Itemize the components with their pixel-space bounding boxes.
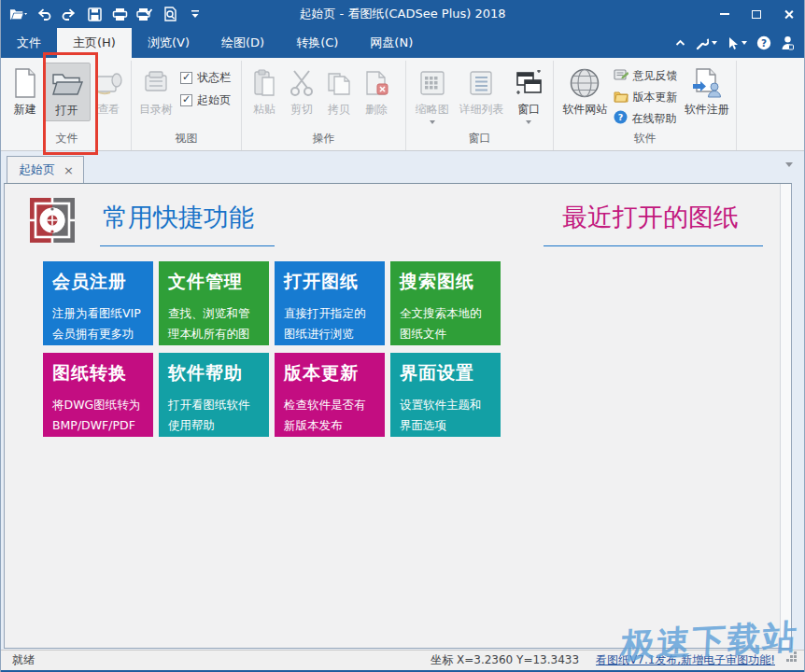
software-website-button[interactable]: 软件网站 [558, 63, 612, 119]
tab-convert[interactable]: 转换(C) [280, 28, 354, 58]
minimize-button[interactable] [709, 1, 741, 27]
status-ready: 就绪 [1, 652, 35, 668]
directory-tree-icon [142, 66, 170, 100]
maximize-button[interactable] [741, 1, 772, 27]
chevron-down-icon [712, 41, 717, 45]
checkbox-checked-icon [180, 94, 192, 106]
tab-netdisk[interactable]: 网盘(N) [354, 28, 429, 58]
help-icon[interactable]: ? [756, 35, 771, 50]
ribbon-group-label: 操作 [246, 129, 402, 150]
thumbnails-button[interactable]: 缩略图 [410, 63, 455, 126]
tile-convert-drawing[interactable]: 图纸转换 将DWG图纸转为BMP/DWF/PDF [43, 353, 153, 437]
maximize-icon [752, 10, 761, 19]
tile-search-drawing[interactable]: 搜索图纸 全文搜索本地的图纸文件 [390, 261, 501, 345]
detail-list-button[interactable]: 详细列表 [455, 63, 509, 119]
resize-grip[interactable] [786, 659, 789, 662]
tile-open-drawing[interactable]: 打开图纸 直接打开指定的图纸进行浏览 [275, 261, 385, 345]
copy-icon [326, 66, 352, 100]
copy-button[interactable]: 拷贝 [320, 63, 358, 119]
svg-text:?: ? [618, 112, 624, 122]
thumbnails-icon [419, 66, 445, 100]
chevron-down-icon [430, 120, 435, 124]
globe-icon [569, 66, 600, 100]
tab-browse[interactable]: 浏览(V) [132, 28, 205, 58]
close-icon [784, 9, 794, 20]
tab-list-dropdown-icon[interactable] [785, 162, 793, 167]
ribbon-group-file: 新建 打开 查看 文件 [3, 61, 132, 150]
quick-access-toolbar [1, 4, 205, 24]
new-button[interactable]: 新建 [7, 63, 43, 119]
minimize-icon [720, 13, 729, 15]
directory-tree-button[interactable]: 目录树 [135, 63, 177, 119]
feedback-icon [614, 67, 628, 85]
recent-drawings-header: 最近打开的图纸 [544, 197, 763, 246]
print-settings-icon[interactable] [135, 4, 154, 24]
view-button[interactable]: 查看 [91, 63, 127, 119]
chevron-down-icon [741, 41, 747, 45]
title-bar: 起始页 - 看图纸(CADSee Plus) 2018 [1, 0, 804, 28]
ribbon: 新建 打开 查看 文件 [1, 58, 804, 151]
delete-icon [363, 66, 389, 100]
document-tab-strip: 起始页 × [1, 151, 804, 183]
windows-cascade-icon [515, 66, 543, 100]
tab-start-page-label: 起始页 [19, 161, 55, 178]
tile-software-help[interactable]: 软件帮助 打开看图纸软件使用帮助 [159, 353, 269, 437]
feedback-button[interactable]: 意见反馈 [614, 67, 677, 85]
tile-file-manage[interactable]: 文件管理 查找、浏览和管理本机所有的图纸 [159, 261, 269, 345]
software-register-button[interactable]: 软件注册 [681, 63, 732, 119]
tile-version-update[interactable]: 版本更新 检查软件是否有新版本发布 [275, 353, 385, 437]
ribbon-group-view: 目录树 状态栏 起始页 视图 [132, 61, 242, 150]
print-preview-icon[interactable] [161, 4, 179, 24]
ribbon-group-label: 文件 [7, 129, 127, 150]
redo-icon[interactable] [60, 4, 78, 24]
statusbar-checkbox[interactable]: 状态栏 [180, 70, 231, 86]
cut-button[interactable]: 剪切 [283, 63, 320, 119]
paste-icon [252, 66, 276, 100]
tab-home[interactable]: 主页(H) [57, 28, 132, 58]
ribbon-group-label: 软件 [558, 129, 732, 150]
ribbon-group-window: 缩略图 详细列表 窗口 窗口 [406, 61, 554, 150]
checkbox-checked-icon [180, 72, 192, 84]
svg-text:?: ? [761, 37, 767, 49]
open-folder-icon [50, 67, 84, 101]
tab-close-icon[interactable]: × [64, 164, 74, 176]
open-file-icon[interactable] [9, 4, 28, 24]
status-coordinates: 坐标 X=3.2360 Y=13.3433 [431, 652, 579, 668]
app-window: 起始页 - 看图纸(CADSee Plus) 2018 文件 主页(H) 浏览(… [0, 0, 805, 672]
startpage-checkbox[interactable]: 起始页 [180, 92, 231, 108]
window-controls [709, 1, 804, 27]
undo-icon[interactable] [35, 4, 53, 24]
tools-wrench-icon[interactable] [695, 36, 717, 50]
register-icon [691, 66, 723, 100]
online-help-button[interactable]: ? 在线帮助 [614, 110, 677, 128]
new-document-icon [13, 66, 37, 100]
version-update-button[interactable]: 版本更新 [614, 89, 677, 106]
tab-start-page[interactable]: 起始页 × [7, 156, 84, 183]
ribbon-group-software: 软件网站 意见反馈 版本更新 [554, 61, 737, 150]
paste-button[interactable]: 粘贴 [246, 63, 283, 119]
delete-button[interactable]: 删除 [358, 63, 395, 119]
print-icon[interactable] [110, 4, 129, 24]
tile-member-register[interactable]: 会员注册 注册为看图纸VIP会员拥有更多功能 [43, 261, 153, 345]
tab-file[interactable]: 文件 [1, 28, 57, 58]
close-button[interactable] [772, 1, 804, 27]
window-button[interactable]: 窗口 [508, 63, 549, 126]
news-link[interactable]: 看图纸V7.1发布,新增电子审图功能! [596, 652, 775, 668]
app-logo [29, 197, 76, 244]
ribbon-group-label: 窗口 [410, 129, 549, 150]
ribbon-group-label: 视图 [135, 129, 237, 150]
chevron-down-icon [526, 120, 531, 124]
collapse-ribbon-icon[interactable] [675, 39, 685, 47]
user-account-icon[interactable] [781, 35, 795, 50]
update-folder-icon [614, 89, 628, 106]
start-page-content: 常用快捷功能 最近打开的图纸 会员注册 注册为看图纸VIP会员拥有更多功能 文件… [4, 183, 792, 649]
customize-quick-access-icon[interactable] [186, 4, 205, 24]
tab-draw[interactable]: 绘图(D) [205, 28, 280, 58]
vertical-scrollbar[interactable] [780, 184, 791, 648]
open-button[interactable]: 打开 [43, 63, 90, 121]
save-icon[interactable] [85, 4, 104, 24]
tile-ui-settings[interactable]: 界面设置 设置软件主题和界面选项 [390, 353, 501, 437]
status-bar: 就绪 坐标 X=3.2360 Y=13.3433 看图纸V7.1发布,新增电子审… [1, 650, 804, 670]
cursor-mode-icon[interactable] [727, 36, 747, 50]
ribbon-group-edit: 粘贴 剪切 拷贝 删除 [242, 61, 406, 150]
